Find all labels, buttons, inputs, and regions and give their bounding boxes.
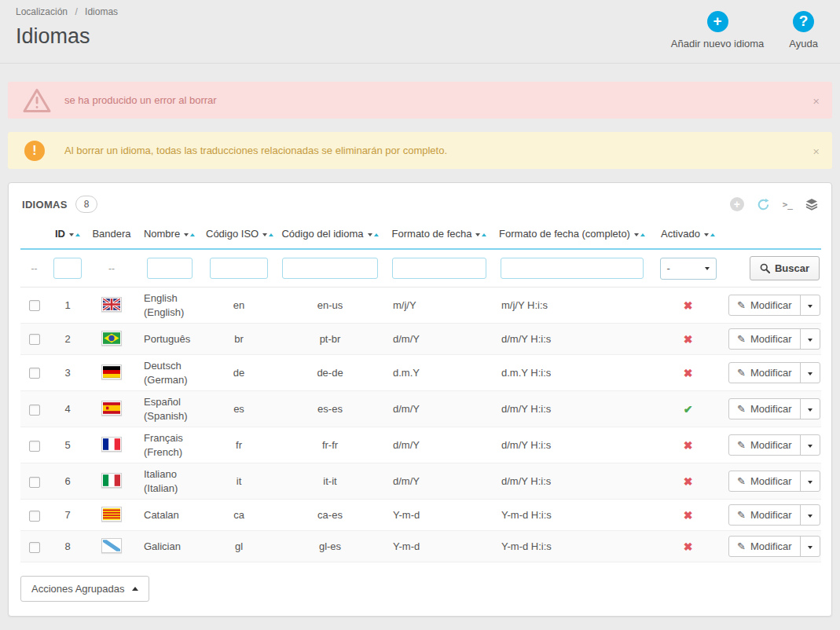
modify-dropdown-toggle[interactable] (800, 537, 820, 556)
sort-icons[interactable] (262, 228, 273, 240)
column-header-date[interactable]: Formato de fecha (385, 221, 493, 249)
date-format-cell: d/m/Y (385, 324, 493, 355)
modify-dropdown-toggle[interactable] (800, 399, 820, 419)
modify-button[interactable]: ✎Modificar (729, 399, 800, 419)
column-header-lang[interactable]: Código del idioma (275, 221, 385, 249)
language-code-cell: it-it (275, 463, 385, 500)
column-label-date: Formato de fecha (392, 228, 472, 240)
column-header-iso[interactable]: Código ISO (203, 221, 275, 249)
disabled-cross-icon[interactable]: ✖ (684, 333, 693, 346)
modify-button[interactable]: ✎Modificar (729, 435, 800, 455)
flag-icon-it (101, 473, 122, 488)
close-icon[interactable]: × (812, 144, 820, 157)
modify-button-group: ✎Modificar (728, 362, 820, 383)
chevron-down-icon (705, 267, 710, 270)
disabled-cross-icon[interactable]: ✖ (684, 475, 693, 488)
disabled-cross-icon[interactable]: ✖ (684, 367, 693, 379)
modify-dropdown-toggle[interactable] (800, 471, 820, 491)
add-icon[interactable]: + (730, 197, 744, 211)
language-row-fr: 5Français (French)frfr-frd/m/Yd/m/Y H:i:… (20, 427, 821, 463)
filter-input-id[interactable] (53, 258, 82, 279)
sort-icons[interactable] (184, 228, 195, 240)
disabled-cross-icon[interactable]: ✖ (684, 299, 693, 312)
sql-manager-stack-icon[interactable] (805, 198, 818, 211)
disabled-cross-icon[interactable]: ✖ (684, 439, 693, 452)
search-icon (760, 263, 770, 273)
row-checkbox[interactable] (29, 477, 40, 488)
name-cell: Español (Spanish) (136, 391, 203, 427)
date-format-full-cell: Y-m-d H:i:s (493, 531, 651, 562)
filter-input-date[interactable] (392, 258, 486, 279)
sort-icons[interactable] (475, 228, 486, 240)
modify-button[interactable]: ✎Modificar (729, 329, 800, 349)
flag-icon-es (101, 401, 122, 416)
column-header-active[interactable]: Activado (651, 221, 725, 249)
column-header-datefull[interactable]: Formato de fecha (completo) (493, 221, 651, 249)
row-checkbox[interactable] (29, 300, 40, 311)
actions-cell: ✎Modificar (725, 288, 821, 324)
sort-icons[interactable] (368, 228, 379, 240)
add-new-language-button[interactable]: + Añadir nuevo idioma (671, 11, 765, 49)
row-checkbox[interactable] (29, 334, 40, 345)
enabled-check-icon[interactable]: ✔ (684, 403, 693, 416)
modify-dropdown-toggle[interactable] (800, 363, 820, 383)
actions-cell: ✎Modificar (725, 391, 821, 427)
disabled-cross-icon[interactable]: ✖ (684, 540, 693, 553)
row-checkbox[interactable] (29, 405, 40, 416)
modify-button[interactable]: ✎Modificar (729, 537, 800, 556)
column-header-id[interactable]: ID (48, 221, 87, 249)
filter-input-name[interactable] (147, 258, 193, 279)
modify-button[interactable]: ✎Modificar (729, 471, 800, 491)
modify-button[interactable]: ✎Modificar (729, 295, 800, 315)
actions-cell: ✎Modificar (725, 355, 821, 391)
warning-triangle-icon (22, 87, 52, 113)
pencil-icon: ✎ (737, 541, 746, 551)
sort-icons[interactable] (69, 228, 80, 240)
row-checkbox[interactable] (29, 542, 40, 553)
filter-input-datefull[interactable] (501, 258, 644, 279)
disabled-cross-icon[interactable]: ✖ (684, 509, 693, 522)
help-button[interactable]: ? Ayuda (789, 11, 818, 49)
date-format-cell: d.m.Y (385, 355, 493, 391)
close-icon[interactable]: × (812, 93, 820, 107)
filter-input-lang[interactable] (282, 258, 378, 279)
name-cell: Français (French) (136, 427, 203, 463)
modify-button[interactable]: ✎Modificar (729, 505, 800, 525)
sort-icons[interactable] (634, 228, 645, 240)
modify-dropdown-toggle[interactable] (800, 435, 820, 455)
bulk-actions-button[interactable]: Acciones Agrupadas (20, 576, 149, 602)
search-button[interactable]: Buscar (750, 256, 820, 280)
modify-button[interactable]: ✎Modificar (729, 363, 800, 383)
modify-dropdown-toggle[interactable] (800, 295, 820, 315)
breadcrumb-parent[interactable]: Localización (16, 6, 68, 17)
breadcrumb-current[interactable]: Idiomas (85, 6, 118, 17)
search-button-label: Buscar (775, 262, 809, 274)
iso-code-cell: de (203, 355, 275, 391)
row-checkbox[interactable] (29, 368, 40, 379)
iso-code-cell: gl (203, 531, 275, 562)
row-checkbox[interactable] (29, 441, 40, 452)
language-row-es: 4Español (Spanish)eses-esd/m/Yd/m/Y H:i:… (20, 391, 821, 427)
refresh-icon[interactable] (757, 198, 770, 211)
flag-icon-fr (101, 437, 122, 452)
row-checkbox[interactable] (29, 511, 40, 522)
filter-input-iso[interactable] (210, 258, 268, 279)
filter-select-active[interactable]: - (660, 258, 717, 280)
language-code-cell: de-de (275, 355, 385, 391)
sort-icons[interactable] (704, 228, 715, 240)
filter-cell-date (385, 249, 493, 288)
modify-dropdown-toggle[interactable] (800, 329, 820, 349)
filter-cell-iso (203, 249, 275, 288)
language-code-cell: gl-es (275, 531, 385, 562)
modify-dropdown-toggle[interactable] (800, 505, 820, 525)
table-filter-row: -----Buscar (20, 249, 821, 288)
panel-footer: Acciones Agrupadas (20, 562, 820, 602)
terminal-icon[interactable]: >_ (783, 200, 793, 209)
plus-circle-icon: + (707, 11, 728, 32)
iso-code-cell: ca (203, 500, 275, 531)
flag-icon-br (101, 331, 122, 346)
column-label-id: ID (55, 228, 65, 240)
column-header-name[interactable]: Nombre (136, 221, 203, 249)
id-cell: 3 (48, 355, 87, 391)
name-cell: Italiano (Italian) (136, 463, 203, 500)
